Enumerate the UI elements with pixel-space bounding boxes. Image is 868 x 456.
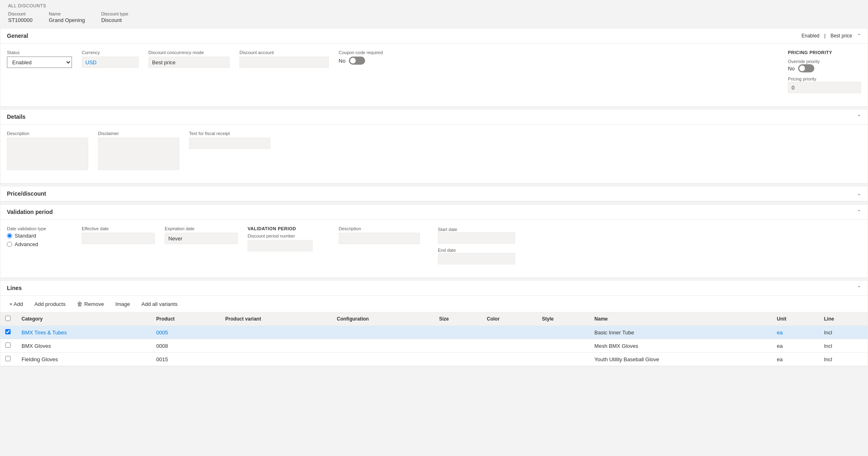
account-value — [239, 57, 329, 68]
start-date-group: Start date — [438, 226, 519, 244]
row-checkbox[interactable] — [5, 329, 11, 334]
lines-table-container: Category Product Product variant Configu… — [0, 312, 868, 366]
standard-radio-item: Standard — [7, 233, 72, 239]
general-status-right: Enabled — [801, 33, 819, 39]
row-line: Incl — [819, 326, 868, 339]
advanced-radio-label: Advanced — [15, 241, 38, 247]
row-color — [482, 339, 537, 353]
col-header-size: Size — [434, 312, 482, 326]
start-date-value — [438, 232, 515, 244]
coupon-toggle[interactable] — [349, 57, 365, 65]
general-separator: | — [824, 33, 826, 39]
row-category[interactable]: BMX Tires & Tubes — [17, 326, 151, 339]
override-priority-group: Override priority No — [788, 58, 861, 72]
general-section-header[interactable]: General Enabled | Best price ⌃ — [0, 28, 868, 44]
pricing-priority-label: Pricing priority — [788, 76, 816, 81]
row-size — [434, 326, 482, 339]
effective-date-label: Effective date — [82, 226, 155, 231]
header-name-value: Grand Opening — [49, 17, 85, 23]
header-name-field: Name Grand Opening — [49, 11, 85, 23]
header-name-label: Name — [49, 11, 85, 16]
add-button[interactable]: + Add — [7, 299, 26, 309]
end-date-label: End date — [438, 248, 456, 253]
coupon-label: Coupon code required — [339, 50, 412, 55]
lines-section-header[interactable]: Lines ⌃ — [0, 281, 868, 296]
description-input[interactable] — [7, 137, 88, 170]
header-discount-value: ST100000 — [8, 17, 33, 23]
header-fields: Discount ST100000 Name Grand Opening Dis… — [0, 10, 868, 28]
fiscal-field: Text for fiscal receipt — [189, 131, 270, 170]
col-header-configuration: Configuration — [332, 312, 434, 326]
row-checkbox[interactable] — [5, 356, 11, 361]
vp-description-field: Description — [339, 226, 428, 244]
expiration-date-value: Never — [165, 233, 238, 244]
row-variant — [220, 353, 332, 366]
concurrency-field: Discount concurrency mode Best price — [148, 50, 230, 93]
validation-period-header[interactable]: Validation period ⌃ — [0, 205, 868, 220]
remove-button[interactable]: 🗑 Remove — [74, 299, 106, 309]
row-size — [434, 353, 482, 366]
row-style — [537, 353, 590, 366]
remove-icon: 🗑 — [77, 301, 83, 307]
row-checkbox-cell — [0, 339, 17, 353]
details-title: Details — [7, 113, 26, 120]
standard-radio[interactable] — [7, 233, 12, 238]
pricing-priority-title: PRICING PRIORITY — [788, 50, 861, 55]
details-chevron-icon: ⌃ — [857, 114, 861, 120]
expiration-date-field: Expiration date Never — [165, 226, 238, 244]
add-all-variants-button[interactable]: Add all variants — [139, 299, 180, 309]
add-products-button[interactable]: Add products — [32, 299, 68, 309]
period-number-value — [248, 240, 313, 251]
end-date-value — [438, 253, 515, 264]
vp-description-label: Description — [339, 226, 428, 231]
price-discount-title: Price/discount — [7, 190, 46, 197]
override-toggle-container: No — [788, 64, 861, 72]
row-color — [482, 353, 537, 366]
description-field: Description — [7, 131, 88, 170]
disclaimer-field: Disclaimer — [98, 131, 179, 170]
col-header-product: Product — [151, 312, 220, 326]
status-select[interactable]: Enabled Disabled — [7, 57, 72, 68]
table-row: BMX Gloves 0008 Mesh BMX Gloves ea Incl — [0, 339, 868, 353]
col-header-category: Category — [17, 312, 151, 326]
row-style — [537, 339, 590, 353]
status-field: Status Enabled Disabled — [7, 50, 72, 93]
concurrency-value: Best price — [148, 57, 230, 68]
row-checkbox-cell — [0, 353, 17, 366]
details-form-row: Description Disclaimer Text for fiscal r… — [7, 131, 861, 170]
validation-period-title: Validation period — [7, 209, 53, 215]
row-unit: ea — [772, 353, 819, 366]
remove-label: Remove — [84, 301, 104, 307]
select-all-header — [0, 312, 17, 326]
date-type-label: Date validation type — [7, 226, 72, 231]
coupon-toggle-container: No — [339, 57, 412, 65]
row-line: Incl — [819, 353, 868, 366]
header-discount-field: Discount ST100000 — [8, 11, 33, 23]
advanced-radio[interactable] — [7, 242, 12, 247]
disclaimer-input[interactable] — [98, 137, 179, 170]
date-type-radio-group: Standard Advanced — [7, 233, 72, 247]
row-checkbox[interactable] — [5, 343, 11, 348]
validation-period-section: Validation period ⌃ Date validation type… — [0, 204, 868, 278]
row-configuration — [332, 339, 434, 353]
override-toggle[interactable] — [798, 64, 814, 72]
description-label: Description — [7, 131, 88, 136]
override-priority-label: Override priority — [788, 59, 820, 64]
price-discount-header[interactable]: Price/discount ⌄ — [0, 186, 868, 201]
general-form-row-1: Status Enabled Disabled Currency USD Dis… — [7, 50, 861, 93]
general-title: General — [7, 33, 28, 39]
row-product[interactable]: 0005 — [151, 326, 220, 339]
currency-value: USD — [82, 57, 139, 68]
account-field: Discount account — [239, 50, 329, 93]
header-type-label: Discount type — [101, 11, 128, 16]
period-number-label: Discount period number — [248, 233, 329, 238]
row-size — [434, 339, 482, 353]
row-unit[interactable]: ea — [772, 326, 819, 339]
pricing-priority-value: 0 — [788, 82, 861, 93]
account-label: Discount account — [239, 50, 329, 55]
select-all-checkbox[interactable] — [5, 316, 11, 321]
col-header-name: Name — [590, 312, 772, 326]
row-color — [482, 326, 537, 339]
image-button[interactable]: Image — [113, 299, 133, 309]
details-section-header[interactable]: Details ⌃ — [0, 109, 868, 124]
